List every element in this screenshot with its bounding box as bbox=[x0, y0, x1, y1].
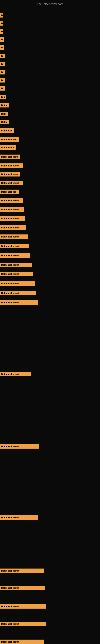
bar-row: Bottleneck result bbox=[0, 234, 28, 239]
bar-row: Bottleneck result bbox=[0, 300, 38, 305]
bar-row: Bottleneck bbox=[0, 128, 14, 133]
bar-label: Bottleneck result bbox=[0, 291, 36, 295]
bar-label: Bo bbox=[0, 54, 5, 58]
bar-label: Bottleneck resu bbox=[0, 154, 20, 159]
bar-row: Bottleneck result bbox=[0, 263, 32, 267]
bar-label: Bottleneck result bbox=[0, 640, 44, 644]
bar-row: Bo bbox=[0, 54, 5, 58]
bar-label: Bottleneck result bbox=[0, 244, 29, 248]
bar-label: Bottle bbox=[0, 120, 9, 124]
bar-row: Bo bbox=[0, 45, 4, 50]
bar-row: Bottleneck result bbox=[0, 253, 30, 258]
bar-row: Bo bbox=[0, 37, 4, 42]
bar-label: Bottleneck result bbox=[0, 281, 35, 286]
bar-row: Bottleneck result bbox=[0, 291, 36, 295]
bar-label: Bottleneck result bbox=[0, 234, 28, 239]
bar-label: Bottleneck result bbox=[0, 216, 25, 221]
bar-label: Bottleneck result bbox=[0, 263, 32, 267]
bar-row: Bottleneck result bbox=[0, 272, 33, 276]
bar-label: Bottleneck res bbox=[0, 190, 19, 194]
bar-row: Bo bbox=[0, 86, 5, 90]
bar-row: Bottleneck result bbox=[0, 372, 31, 376]
bar-label: Bott bbox=[0, 95, 6, 100]
bar-row: Bottleneck result bbox=[0, 604, 46, 608]
bar-row: Bottleneck result bbox=[0, 622, 46, 626]
bar-label: Bottleneck result bbox=[0, 515, 38, 520]
site-title: TheBottlenecker.com bbox=[0, 1, 100, 7]
bar-label: Bottl bbox=[0, 112, 8, 116]
bar-row: Bottleneck result bbox=[0, 164, 23, 168]
bar-row: Bottleneck res bbox=[0, 137, 19, 142]
bar-label: Bottleneck result bbox=[0, 272, 33, 276]
bar-row: B bbox=[0, 13, 3, 18]
bar-row: Bottleneck result bbox=[0, 568, 44, 573]
bar-label: B bbox=[0, 13, 3, 18]
bar-row: Bottleneck resu bbox=[0, 154, 20, 159]
bar-row: Bott bbox=[0, 95, 6, 100]
bar-label: Bottleneck result bbox=[0, 198, 23, 203]
bar-label: Bo bbox=[0, 78, 5, 82]
bar-label: Bottleneck res bbox=[0, 137, 19, 142]
bar-row: Bottleneck result bbox=[0, 226, 26, 230]
bar-row: Bottleneck resu bbox=[0, 172, 20, 176]
bar-label: Bottleneck result bbox=[0, 586, 46, 590]
bar-label: Bottleneck resu bbox=[0, 172, 20, 176]
bar-row: B bbox=[0, 21, 3, 26]
bar-row: Bo bbox=[0, 62, 5, 66]
bar-row: Bottleneck result bbox=[0, 281, 35, 286]
bar-label: Bottleneck result bbox=[0, 372, 31, 376]
bar-row: Bottleneck res bbox=[0, 190, 19, 194]
bar-row: Bo bbox=[0, 70, 5, 74]
bar-row: Bottleneck result bbox=[0, 586, 46, 590]
bar-label: Bottleneck result bbox=[0, 568, 44, 573]
bar-label: Bottleneck result bbox=[0, 164, 23, 168]
bar-label: B bbox=[0, 21, 3, 26]
bar-label: Bottleneck result bbox=[0, 622, 46, 626]
bar-row: Bottleneck result bbox=[0, 515, 38, 520]
bar-label: Bottleneck bbox=[0, 128, 14, 133]
bar-label: Bottleneck r bbox=[0, 145, 16, 150]
bar-label: Bo bbox=[0, 70, 5, 74]
bar-label: Bottleneck result bbox=[0, 444, 39, 448]
bar-row: B bbox=[0, 29, 3, 34]
bar-row: Bo bbox=[0, 78, 5, 82]
bar-row: Bottleneck result bbox=[0, 244, 29, 248]
bar-row: Bottleneck result bbox=[0, 198, 23, 203]
bar-label: Bo bbox=[0, 62, 5, 66]
bar-label: Bottle bbox=[0, 103, 9, 108]
bar-label: Bo bbox=[0, 37, 4, 42]
bar-label: Bottleneck result bbox=[0, 226, 26, 230]
bar-row: Bottleneck r bbox=[0, 145, 16, 150]
bar-row: Bottleneck result bbox=[0, 181, 23, 185]
bar-label: Bo bbox=[0, 86, 5, 90]
bar-label: B bbox=[0, 29, 3, 34]
bar-label: Bottleneck result bbox=[0, 604, 46, 608]
bar-row: Bottleneck result bbox=[0, 640, 44, 644]
bar-row: Bottle bbox=[0, 120, 9, 124]
bar-row: Bottleneck result bbox=[0, 444, 39, 448]
bar-row: Bottleneck result bbox=[0, 207, 24, 212]
bar-label: Bottleneck result bbox=[0, 300, 38, 305]
bar-label: Bo bbox=[0, 45, 4, 50]
bar-row: Bottl bbox=[0, 112, 8, 116]
bar-label: Bottleneck result bbox=[0, 181, 23, 185]
bar-row: Bottleneck result bbox=[0, 216, 25, 221]
bar-label: Bottleneck result bbox=[0, 253, 30, 258]
bar-row: Bottle bbox=[0, 103, 9, 108]
bar-label: Bottleneck result bbox=[0, 207, 24, 212]
